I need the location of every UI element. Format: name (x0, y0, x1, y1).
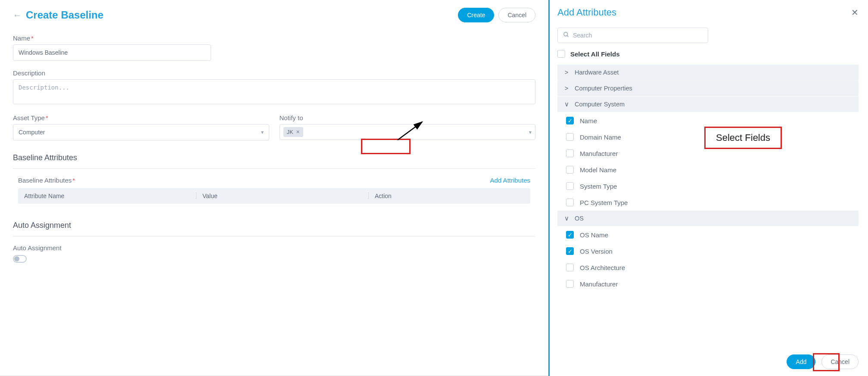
drawer-header: Add Attributes ✕ (557, 7, 859, 18)
chevron-down-icon: ▾ (529, 129, 532, 135)
field-checkbox[interactable]: ✓ (566, 117, 574, 124)
auto-assignment-heading: Auto Assignment (13, 221, 535, 230)
notify-to-input[interactable]: JK ✕ ▾ (280, 124, 536, 140)
group-head[interactable]: >Hardware Asset (557, 65, 859, 81)
select-all-checkbox[interactable] (557, 50, 565, 58)
asset-type-value: Computer (19, 129, 45, 136)
header-actions: Create Cancel (458, 8, 535, 22)
field-row: ✓OS Version (557, 243, 859, 259)
field-checkbox[interactable] (566, 149, 574, 157)
field-checkbox[interactable] (566, 280, 574, 288)
field-row: Manufacturer (557, 145, 859, 162)
tag-remove-icon[interactable]: ✕ (296, 129, 300, 135)
notify-to-wrap: Notify to JK ✕ ▾ (280, 114, 536, 140)
svg-point-1 (564, 32, 568, 36)
drawer-title: Add Attributes (557, 7, 616, 18)
attributes-label: Baseline Attributes (18, 177, 75, 184)
field-checkbox[interactable] (566, 166, 574, 174)
search-input[interactable] (573, 32, 703, 39)
annotation-box-add-attributes (361, 139, 411, 154)
description-field-wrap: Description (13, 69, 535, 106)
close-icon[interactable]: ✕ (851, 7, 859, 18)
page-title: Create Baseline (26, 9, 103, 21)
baseline-attributes-heading: Baseline Attributes (13, 153, 535, 162)
page-header: ← Create Baseline Create Cancel (13, 8, 535, 22)
group-head[interactable]: ∨OS (557, 211, 859, 227)
select-all-label: Select All Fields (570, 50, 620, 58)
section-divider (13, 236, 535, 236)
drawer-cancel-button[interactable]: Cancel (821, 354, 859, 369)
col-attribute-name: Attribute Name (24, 193, 196, 199)
field-row: PC System Type (557, 194, 859, 211)
col-action: Action (369, 193, 524, 199)
auto-assignment-label: Auto Assignment (13, 244, 535, 252)
field-label: PC System Type (580, 199, 628, 206)
add-button[interactable]: Add (787, 354, 815, 369)
asset-type-label: Asset Type (13, 114, 269, 121)
name-field-wrap: Name (13, 34, 211, 61)
group-head[interactable]: ∨Computer System (557, 96, 859, 112)
search-box[interactable] (557, 28, 708, 43)
create-baseline-form: ← Create Baseline Create Cancel Name Des… (0, 0, 548, 376)
asset-type-select[interactable]: Computer ▾ (13, 124, 269, 140)
attributes-table-header: Attribute Name Value Action (18, 188, 530, 204)
svg-line-2 (567, 35, 568, 37)
create-button[interactable]: Create (458, 8, 494, 22)
field-checkbox[interactable] (566, 133, 574, 141)
add-attributes-drawer: Add Attributes ✕ Select All Fields >Hard… (548, 0, 868, 376)
field-checkbox[interactable] (566, 199, 574, 206)
description-input[interactable] (13, 79, 535, 104)
field-label: Name (580, 117, 597, 124)
chevron-down-icon: ∨ (563, 101, 569, 108)
asset-type-wrap: Asset Type Computer ▾ (13, 114, 269, 140)
add-attributes-link[interactable]: Add Attributes (490, 177, 530, 184)
field-label: Model Name (580, 166, 616, 174)
field-row: Manufacturer (557, 276, 859, 292)
cancel-button[interactable]: Cancel (498, 8, 535, 22)
field-label: Manufacturer (580, 280, 618, 288)
auto-assignment-toggle[interactable] (13, 255, 27, 263)
field-checkbox[interactable] (566, 182, 574, 190)
group-head[interactable]: >Computer Properties (557, 81, 859, 96)
field-row: Model Name (557, 162, 859, 178)
back-arrow-icon[interactable]: ← (13, 10, 22, 20)
field-row: System Type (557, 178, 859, 194)
chevron-down-icon: ∨ (563, 215, 569, 222)
field-row: Domain Name (557, 129, 859, 145)
notify-to-label: Notify to (280, 114, 536, 121)
group-label: Computer System (575, 101, 625, 108)
notify-tag-label: JK (287, 129, 293, 135)
field-label: Manufacturer (580, 150, 618, 157)
chevron-right-icon: > (563, 69, 569, 76)
auto-assignment-wrap: Auto Assignment (13, 244, 535, 263)
chevron-right-icon: > (563, 85, 569, 92)
field-checkbox[interactable] (566, 264, 574, 271)
toggle-knob (14, 256, 19, 261)
field-row: ✓Name (557, 112, 859, 129)
field-checkbox[interactable]: ✓ (566, 231, 574, 239)
section-divider (13, 168, 535, 169)
drawer-footer: Add Cancel (557, 348, 859, 376)
field-checkbox[interactable]: ✓ (566, 247, 574, 255)
group-label: Hardware Asset (575, 69, 619, 76)
notify-tag-jk: JK ✕ (283, 127, 303, 137)
group-label: Computer Properties (575, 85, 632, 92)
type-notify-row: Asset Type Computer ▾ Notify to JK ✕ ▾ (13, 114, 535, 140)
group-label: OS (575, 215, 584, 222)
field-row: OS Architecture (557, 259, 859, 276)
select-all-row: Select All Fields (557, 50, 859, 58)
field-label: Domain Name (580, 134, 621, 141)
field-label: System Type (580, 183, 617, 190)
name-input[interactable] (13, 44, 211, 61)
chevron-down-icon: ▾ (261, 129, 264, 135)
baseline-attributes-block: Baseline Attributes Add Attributes Attri… (13, 177, 535, 204)
field-label: OS Version (580, 248, 613, 255)
page-title-wrap: ← Create Baseline (13, 9, 103, 21)
field-label: OS Name (580, 231, 608, 239)
field-row: ✓OS Name (557, 227, 859, 243)
field-label: OS Architecture (580, 264, 625, 271)
attributes-head-row: Baseline Attributes Add Attributes (18, 177, 530, 184)
col-value: Value (196, 193, 369, 199)
search-icon (563, 31, 569, 39)
name-label: Name (13, 34, 211, 42)
